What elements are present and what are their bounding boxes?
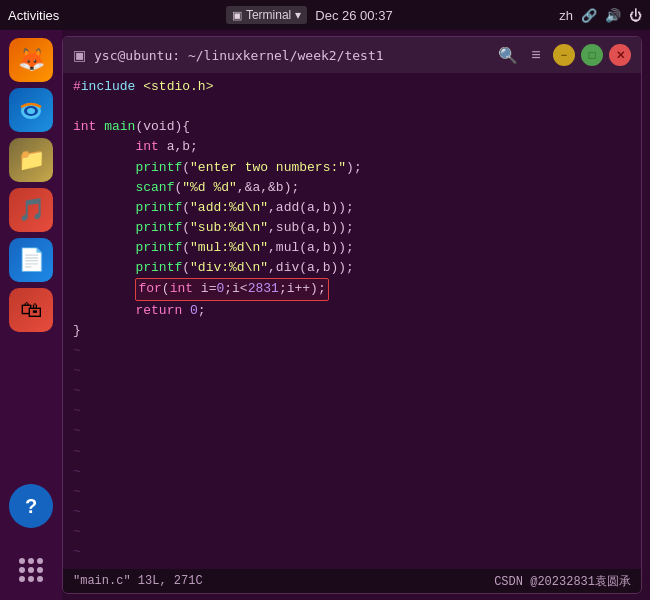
titlebar-buttons: 🔍 ≡ − □ ✕: [497, 44, 631, 66]
menu-button[interactable]: ≡: [525, 44, 547, 66]
tilde-line: ~: [71, 341, 633, 361]
tilde-line: ~: [71, 482, 633, 502]
code-line: int a,b;: [71, 137, 633, 157]
file-info: "main.c" 13L, 271C: [73, 574, 203, 588]
main-layout: 🦊 📁 🎵 📄 🛍 ? ▣ ysc@ubun: [0, 30, 650, 600]
code-line: #include <stdio.h>: [71, 77, 633, 97]
sidebar-item-rhythmbox[interactable]: 🎵: [9, 188, 53, 232]
tilde-line: ~: [71, 421, 633, 441]
lang-label: zh: [559, 8, 573, 23]
sidebar: 🦊 📁 🎵 📄 🛍 ?: [0, 30, 62, 600]
network-icon: 🔗: [581, 8, 597, 23]
code-line: printf("enter two numbers:");: [71, 158, 633, 178]
code-line: printf("div:%d\n",div(a,b));: [71, 258, 633, 278]
for-line: for(int i=0;i<2831;i++);: [71, 278, 633, 300]
tilde-line: ~: [71, 542, 633, 562]
for-highlight-box: for(int i=0;i<2831;i++);: [135, 278, 328, 300]
top-bar-left: Activities: [8, 8, 59, 23]
terminal-title-text: ysc@ubuntu: ~/linuxkernel/week2/test1: [94, 48, 489, 63]
sidebar-item-help[interactable]: ?: [9, 484, 53, 528]
status-bar: "main.c" 13L, 271C CSDN @20232831袁圆承: [63, 569, 641, 593]
terminal-button[interactable]: ▣ Terminal ▾: [226, 6, 307, 24]
tilde-line: ~: [71, 462, 633, 482]
code-line: int main(void){: [71, 117, 633, 137]
code-line: }: [71, 321, 633, 341]
watermark: CSDN @20232831袁圆承: [494, 573, 631, 590]
tilde-line: ~: [71, 401, 633, 421]
minimize-button[interactable]: −: [553, 44, 575, 66]
search-button[interactable]: 🔍: [497, 44, 519, 66]
tilde-line: ~: [71, 361, 633, 381]
sidebar-apps-grid[interactable]: [9, 548, 53, 592]
top-bar: Activities ▣ Terminal ▾ Dec 26 00:37 zh …: [0, 0, 650, 30]
code-area[interactable]: #include <stdio.h> int main(void){ int a…: [63, 73, 641, 569]
terminal-window: ▣ ysc@ubuntu: ~/linuxkernel/week2/test1 …: [62, 36, 642, 594]
thunderbird-icon: [18, 97, 44, 123]
dots-grid: [19, 558, 44, 583]
tilde-line: ~: [71, 502, 633, 522]
sidebar-item-firefox[interactable]: 🦊: [9, 38, 53, 82]
sidebar-item-files[interactable]: 📁: [9, 138, 53, 182]
tilde-line: ~: [71, 381, 633, 401]
top-bar-right: zh 🔗 🔊 ⏻: [559, 8, 642, 23]
code-line: [71, 97, 633, 117]
dropdown-icon: ▾: [295, 8, 301, 22]
code-line: printf("mul:%d\n",mul(a,b));: [71, 238, 633, 258]
tilde-line: ~: [71, 442, 633, 462]
power-icon: ⏻: [629, 8, 642, 23]
sidebar-item-libreoffice[interactable]: 📄: [9, 238, 53, 282]
tilde-line: ~: [71, 562, 633, 569]
sidebar-item-thunderbird[interactable]: [9, 88, 53, 132]
maximize-button[interactable]: □: [581, 44, 603, 66]
terminal-label: Terminal: [246, 8, 291, 22]
close-button[interactable]: ✕: [609, 44, 631, 66]
svg-point-2: [27, 108, 35, 114]
code-line: scanf("%d %d",&a,&b);: [71, 178, 633, 198]
code-line: printf("add:%d\n",add(a,b));: [71, 198, 633, 218]
activities-label[interactable]: Activities: [8, 8, 59, 23]
code-line: printf("sub:%d\n",sub(a,b));: [71, 218, 633, 238]
tilde-line: ~: [71, 522, 633, 542]
terminal-title-icon: ▣: [73, 47, 86, 63]
terminal-icon: ▣: [232, 9, 242, 22]
datetime-label: Dec 26 00:37: [315, 8, 392, 23]
sidebar-item-appstore[interactable]: 🛍: [9, 288, 53, 332]
sound-icon: 🔊: [605, 8, 621, 23]
terminal-titlebar: ▣ ysc@ubuntu: ~/linuxkernel/week2/test1 …: [63, 37, 641, 73]
code-line: return 0;: [71, 301, 633, 321]
top-bar-center: ▣ Terminal ▾ Dec 26 00:37: [226, 6, 393, 24]
